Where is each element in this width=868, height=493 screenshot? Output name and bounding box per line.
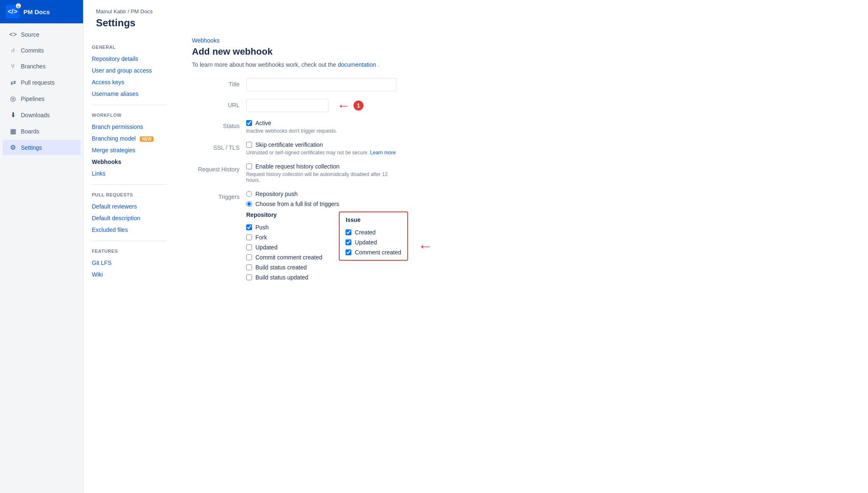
nav-merge-strategies[interactable]: Merge strategies <box>92 144 167 156</box>
request-history-option-text: Enable request history collection <box>255 163 340 170</box>
nav-branch-permissions[interactable]: Branch permissions <box>92 121 167 133</box>
issue-arrow-icon: ← <box>418 239 433 254</box>
sidebar-item-settings[interactable]: ⚙ Settings <box>3 140 81 155</box>
code-icon: </> <box>8 8 17 15</box>
repo-build-status-updated-item[interactable]: Build status updated <box>246 274 322 281</box>
status-hint: Inactive webhooks don't trigger requests… <box>246 128 396 134</box>
repo-push-checkbox[interactable] <box>246 224 252 230</box>
issue-comment-created-label: Comment created <box>355 249 401 256</box>
nav-user-group-access[interactable]: User and group access <box>92 65 167 76</box>
request-history-checkbox-label[interactable]: Enable request history collection <box>246 163 396 170</box>
nav-branching-model[interactable]: Branching model NEW <box>92 133 167 144</box>
nav-access-keys[interactable]: Access keys <box>92 76 167 88</box>
sidebar-nav: <> Source ⑁ Commits ⑂ Branches ⇄ Pull re… <box>0 23 83 159</box>
title-label: Title <box>192 78 246 88</box>
ssl-checkbox-label[interactable]: Skip certificate verification <box>246 141 396 148</box>
settings-icon: ⚙ <box>9 143 17 151</box>
sidebar-label-source: Source <box>21 31 39 38</box>
trigger-repo-push-text: Repository push <box>255 191 298 197</box>
request-history-field: Enable request history collection Reques… <box>246 163 396 183</box>
trigger-choose-radio[interactable] <box>246 201 252 207</box>
sidebar-item-downloads[interactable]: ⬇ Downloads <box>3 107 81 123</box>
sidebar-label-branches: Branches <box>21 63 45 70</box>
issue-created-checkbox[interactable] <box>346 229 351 235</box>
url-arrow-icon: ← <box>337 99 350 112</box>
divider-pull-requests-features <box>92 241 167 241</box>
sidebar-item-source[interactable]: <> Source <box>3 27 81 42</box>
issue-col-container: Issue Created Updated <box>339 211 408 281</box>
issue-updated-checkbox[interactable] <box>346 239 351 245</box>
request-history-checkbox[interactable] <box>246 163 252 169</box>
trigger-repo-push-label[interactable]: Repository push <box>246 191 497 197</box>
issue-trigger-col: Issue Created Updated <box>339 211 408 261</box>
url-label: URL <box>192 99 246 108</box>
commits-icon: ⑁ <box>9 47 17 54</box>
repo-updated-item[interactable]: Updated <box>246 244 322 251</box>
nav-username-aliases[interactable]: Username aliases <box>92 88 167 100</box>
issue-updated-item[interactable]: Updated <box>346 239 401 246</box>
nav-git-lfs[interactable]: Git LFS <box>92 257 167 269</box>
status-checkbox[interactable] <box>246 120 252 126</box>
boards-icon: ▦ <box>9 127 17 135</box>
url-number-badge: 1 <box>353 101 363 111</box>
breadcrumb-repo[interactable]: PM Docs <box>131 8 153 15</box>
url-input[interactable] <box>246 99 328 112</box>
status-checkbox-label[interactable]: Active <box>246 120 396 126</box>
repo-fork-label: Fork <box>255 234 267 241</box>
trigger-choose-label[interactable]: Choose from a full list of triggers <box>246 201 497 207</box>
ssl-field: Skip certificate verification Untrusted … <box>246 141 396 156</box>
triggers-label: Triggers <box>192 191 246 200</box>
sidebar-item-commits[interactable]: ⑁ Commits <box>3 43 81 58</box>
nav-links[interactable]: Links <box>92 168 167 179</box>
ssl-row: SSL / TLS Skip certificate verification … <box>192 141 851 156</box>
desc-post: . <box>378 61 379 68</box>
repo-updated-checkbox[interactable] <box>246 244 252 250</box>
issue-created-item[interactable]: Created <box>346 229 401 236</box>
request-history-row: Request History Enable request history c… <box>192 163 851 183</box>
sidebar-label-commits: Commits <box>21 47 44 54</box>
repo-build-status-created-item[interactable]: Build status created <box>246 264 322 271</box>
issue-updated-label: Updated <box>355 239 377 246</box>
repo-push-item[interactable]: Push <box>246 224 322 231</box>
sidebar-item-pipelines[interactable]: ◎ Pipelines <box>3 91 81 106</box>
title-input[interactable] <box>246 78 396 91</box>
sidebar-item-pull-requests[interactable]: ⇄ Pull requests <box>3 75 81 90</box>
repo-commit-comment-checkbox[interactable] <box>246 254 252 260</box>
nav-default-description[interactable]: Default description <box>92 212 167 224</box>
triggers-field: Repository push Choose from a full list … <box>246 191 497 281</box>
breadcrumb-user[interactable]: Mainul Kabir <box>96 8 126 15</box>
webhook-breadcrumb[interactable]: Webhooks <box>192 37 851 44</box>
triggers-area: Repository push Choose from a full list … <box>246 191 497 207</box>
trigger-repo-push-radio[interactable] <box>246 191 252 197</box>
repo-build-status-created-checkbox[interactable] <box>246 264 252 270</box>
sidebar-label-boards: Boards <box>21 128 39 135</box>
repo-build-status-created-label: Build status created <box>255 264 307 271</box>
sidebar-header: </> 🔒 PM Docs <box>0 0 83 23</box>
repo-build-status-updated-checkbox[interactable] <box>246 274 252 280</box>
sidebar-item-branches[interactable]: ⑂ Branches <box>3 59 81 74</box>
trigger-choose-text: Choose from a full list of triggers <box>255 201 339 207</box>
downloads-icon: ⬇ <box>9 111 17 119</box>
ssl-learn-more-link[interactable]: Learn more <box>370 150 396 156</box>
divider-workflow-pull-requests <box>92 184 167 185</box>
repo-updated-label: Updated <box>255 244 278 251</box>
status-field: Active Inactive webhooks don't trigger r… <box>246 120 396 134</box>
issue-comment-created-checkbox[interactable] <box>346 249 351 255</box>
nav-default-reviewers[interactable]: Default reviewers <box>92 201 167 212</box>
nav-repository-details[interactable]: Repository details <box>92 53 167 65</box>
nav-wiki[interactable]: Wiki <box>92 269 167 280</box>
repo-build-status-updated-label: Build status updated <box>255 274 308 281</box>
issue-col-title: Issue <box>346 216 401 223</box>
repo-name: PM Docs <box>23 8 50 15</box>
sidebar-item-boards[interactable]: ▦ Boards <box>3 123 81 139</box>
issue-comment-created-item[interactable]: Comment created <box>346 249 401 256</box>
nav-webhooks[interactable]: Webhooks <box>92 156 167 168</box>
repo-fork-item[interactable]: Fork <box>246 234 322 241</box>
nav-excluded-files[interactable]: Excluded files <box>92 224 167 236</box>
ssl-checkbox[interactable] <box>246 142 252 148</box>
repository-col-title: Repository <box>246 211 322 218</box>
breadcrumb: Mainul Kabir / PM Docs <box>96 8 855 15</box>
repo-fork-checkbox[interactable] <box>246 234 252 240</box>
doc-link[interactable]: documentation <box>338 61 376 68</box>
repo-commit-comment-item[interactable]: Commit comment created <box>246 254 322 261</box>
